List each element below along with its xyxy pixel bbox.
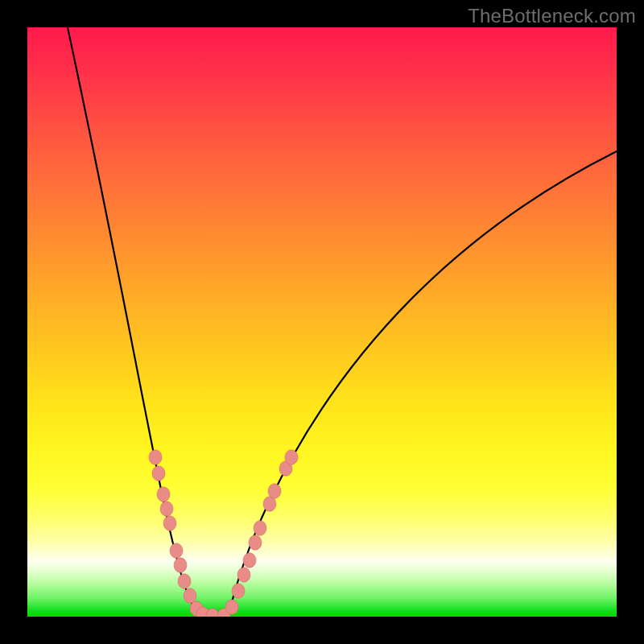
dot-right-4	[243, 553, 256, 568]
dot-right-5	[249, 535, 262, 550]
dot-left-1	[152, 466, 165, 481]
plot-area	[27, 27, 617, 617]
dot-left-8	[184, 588, 196, 603]
curves-svg	[27, 27, 617, 617]
dot-left-4	[163, 516, 176, 530]
dot-left-5	[170, 543, 183, 558]
dot-right-1	[225, 600, 238, 614]
dot-left-0	[149, 450, 162, 464]
right-curve	[221, 151, 617, 617]
dot-left-6	[174, 558, 187, 572]
dot-left-7	[178, 574, 191, 588]
watermark-text: TheBottleneck.com	[468, 5, 636, 27]
dot-right-2	[232, 584, 245, 598]
dot-right-6	[254, 521, 266, 535]
dot-right-8	[268, 484, 281, 498]
dot-left-3	[160, 502, 173, 516]
dot-right-3	[237, 568, 250, 582]
dot-right-7	[263, 497, 276, 511]
chart-frame: TheBottleneck.com	[0, 0, 644, 644]
dot-left-2	[157, 487, 170, 502]
left-curve	[68, 27, 211, 617]
dot-right-10	[285, 450, 298, 464]
